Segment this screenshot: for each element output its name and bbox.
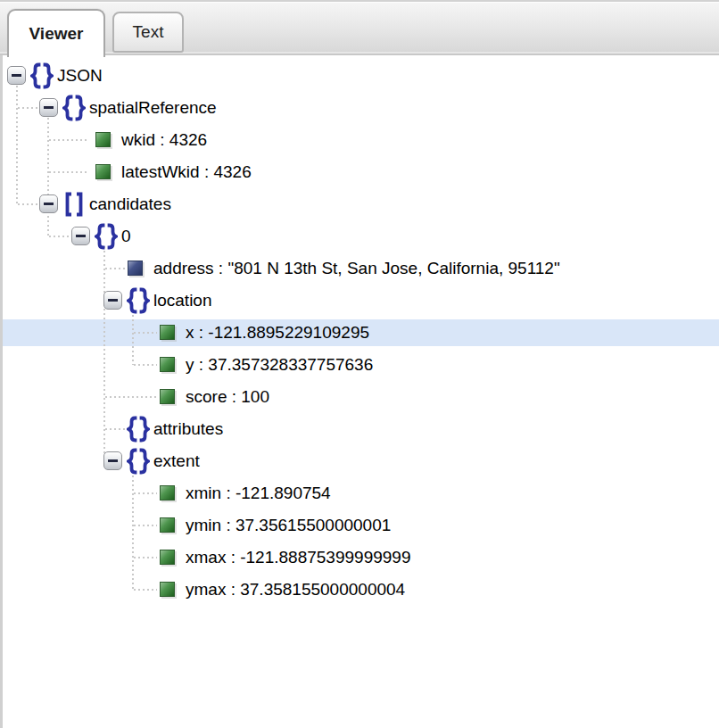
tree-row-extent[interactable]: extent (0, 445, 719, 477)
minus-glyph (108, 299, 118, 302)
tree-line-vertical (132, 471, 134, 590)
tree-row-location[interactable]: location (0, 285, 719, 317)
node-text: latestWkid : 4326 (121, 156, 252, 188)
tree-line-elbow (134, 557, 157, 558)
tree-row-xmax[interactable]: xmax : -121.88875399999999 (0, 542, 719, 574)
array-brackets-icon (62, 191, 86, 218)
number-leaf-icon (160, 582, 175, 597)
tree-row-latestWkid[interactable]: latestWkid : 4326 (0, 156, 719, 188)
tree-line-elbow (49, 139, 89, 141)
collapse-minus-icon[interactable] (71, 227, 90, 245)
node-text: candidates (89, 188, 171, 220)
tree-row-wkid[interactable]: wkid : 4326 (0, 124, 719, 156)
collapse-minus-icon[interactable] (39, 194, 58, 213)
tree-line-vertical (16, 86, 18, 204)
tree-line-vertical (47, 118, 49, 236)
collapse-minus-icon[interactable] (103, 291, 122, 310)
tree-line-elbow (105, 396, 157, 398)
tab-viewer[interactable]: Viewer (7, 9, 105, 57)
number-leaf-icon (160, 485, 175, 500)
node-text: 0 (121, 220, 131, 252)
tree-row-y[interactable]: y : 37.357328337757636 (0, 349, 719, 381)
tree-line-elbow (49, 236, 70, 237)
tree-row-x[interactable]: x : -121.8895229109295 (0, 317, 719, 349)
tab-bar (0, 0, 719, 55)
minus-glyph (12, 74, 21, 77)
minus-glyph (76, 235, 86, 237)
tree-row-0[interactable]: 0 (0, 220, 719, 252)
object-braces-icon (127, 287, 150, 314)
node-text: ymin : 37.35615500000001 (186, 509, 391, 542)
tab-text-label: Text (133, 22, 164, 42)
tree-line-elbow (134, 589, 157, 591)
tree-line-elbow (49, 171, 89, 173)
node-text: spatialReference (89, 92, 217, 124)
minus-glyph (108, 459, 118, 462)
number-leaf-icon (160, 517, 175, 533)
tree-line-elbow (105, 428, 125, 430)
tree-line-elbow (18, 107, 37, 109)
node-text: JSON (57, 60, 103, 92)
tree-line-elbow (134, 332, 157, 334)
tree-line-elbow (134, 492, 157, 494)
panel-left-border (0, 55, 3, 728)
number-leaf-icon (160, 325, 175, 340)
number-leaf-icon (160, 550, 175, 565)
tree-line-elbow (105, 268, 125, 269)
node-text: location (153, 285, 212, 317)
number-leaf-icon (95, 164, 111, 179)
node-text: extent (153, 445, 200, 477)
object-braces-icon (30, 62, 54, 89)
node-text: attributes (153, 413, 223, 445)
node-text: x : -121.8895229109295 (186, 317, 369, 349)
tab-viewer-label: Viewer (29, 24, 84, 44)
node-text: y : 37.357328337757636 (186, 349, 373, 381)
node-text: wkid : 4326 (121, 124, 207, 156)
tree-line-vertical (132, 310, 134, 365)
tree-row-ymax[interactable]: ymax : 37.358155000000004 (0, 574, 719, 606)
string-leaf-icon (128, 261, 143, 276)
number-leaf-icon (95, 132, 111, 147)
node-text: xmin : -121.890754 (186, 477, 331, 509)
collapse-minus-icon[interactable] (103, 451, 122, 470)
minus-glyph (44, 203, 54, 205)
number-leaf-icon (160, 389, 175, 404)
tree-line-elbow (18, 203, 37, 205)
tree-line-elbow (134, 364, 157, 366)
tree-row-candidates[interactable]: candidates (0, 188, 719, 220)
number-leaf-icon (160, 357, 175, 372)
tree-row-ymin[interactable]: ymin : 37.35615500000001 (0, 509, 719, 542)
collapse-minus-icon[interactable] (7, 66, 26, 85)
object-braces-icon (127, 448, 150, 475)
node-text: score : 100 (186, 381, 269, 413)
json-tree-panel: JSONspatialReferencewkid : 4326latestWki… (0, 55, 719, 728)
tree-line-elbow (134, 525, 157, 526)
object-braces-icon (95, 223, 118, 250)
minus-glyph (44, 106, 54, 109)
collapse-minus-icon[interactable] (39, 98, 58, 117)
node-text: ymax : 37.358155000000004 (186, 574, 405, 606)
object-braces-icon (62, 95, 86, 121)
json-viewer-app: { "window": { "tabs": [ { "label": "View… (0, 0, 719, 728)
tree-row-JSON[interactable]: JSON (0, 60, 719, 92)
node-text: xmax : -121.88875399999999 (186, 542, 410, 574)
tree-row-spatialReference[interactable]: spatialReference (0, 92, 719, 124)
node-text: address : "801 N 13th St, San Jose, Cali… (153, 252, 560, 285)
tab-text[interactable]: Text (112, 12, 184, 53)
object-braces-icon (127, 416, 150, 443)
tree-row-xmin[interactable]: xmin : -121.890754 (0, 477, 719, 509)
